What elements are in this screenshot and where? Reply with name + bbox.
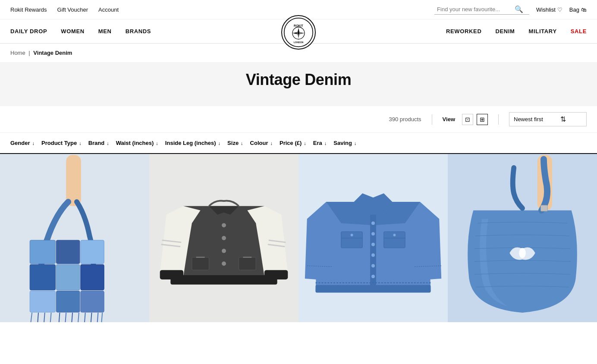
divider	[432, 114, 432, 125]
nav-men[interactable]: MEN	[98, 19, 112, 43]
filter-colour[interactable]: Colour ↓	[250, 137, 280, 149]
filter-era[interactable]: Era ↓	[313, 137, 333, 149]
wishlist-label: Wishlist	[536, 6, 556, 13]
nav-brands[interactable]: BRANDS	[126, 19, 151, 43]
sort-arrow-icon: ⇅	[560, 115, 566, 123]
svg-point-48	[371, 232, 375, 235]
product-svg-jacket2	[298, 154, 448, 322]
view-grid-button[interactable]: ⊞	[477, 114, 488, 125]
product-card-3[interactable]	[298, 154, 448, 322]
product-card-2[interactable]	[149, 154, 298, 322]
svg-point-50	[371, 254, 375, 257]
svg-point-36	[222, 249, 226, 253]
svg-line-24	[65, 313, 66, 322]
nav-daily-drop[interactable]: DAILY DROP	[10, 19, 47, 43]
filter-waist-label: Waist (inches)	[116, 140, 154, 146]
search-bar: 🔍	[434, 4, 529, 15]
svg-point-47	[371, 221, 375, 225]
filter-inside-leg[interactable]: Inside Leg (inches) ↓	[165, 137, 227, 149]
svg-rect-18	[81, 291, 104, 312]
filter-saving[interactable]: Saving ↓	[333, 137, 363, 149]
product-image-3	[298, 154, 448, 322]
svg-line-27	[85, 313, 85, 322]
filter-gender-label: Gender	[10, 140, 30, 146]
filter-size[interactable]: Size ↓	[227, 137, 250, 149]
filter-inside-leg-arrow-icon: ↓	[218, 141, 221, 146]
nav-denim[interactable]: DENIM	[495, 19, 515, 43]
product-card-1[interactable]	[0, 154, 149, 322]
page-title: Vintage Denim	[10, 71, 587, 89]
logo-circle: ROKIT LONDON	[281, 15, 316, 50]
gift-voucher-link[interactable]: Gift Voucher	[57, 6, 88, 13]
nav-military[interactable]: MILITARY	[529, 19, 557, 43]
bag-button[interactable]: Bag 🛍	[569, 6, 587, 13]
filter-inside-leg-label: Inside Leg (inches)	[165, 140, 216, 146]
svg-point-51	[371, 264, 375, 267]
breadcrumb-home[interactable]: Home	[10, 50, 25, 56]
bag-icon: 🛍	[581, 6, 587, 13]
nav-sale[interactable]: SALE	[571, 19, 587, 43]
view-list-button[interactable]: ⊡	[462, 114, 473, 125]
svg-point-8	[297, 32, 299, 34]
svg-rect-9	[66, 155, 81, 206]
nav-reworked[interactable]: REWORKED	[446, 19, 481, 43]
svg-rect-59	[316, 285, 431, 293]
filter-product-type-arrow-icon: ↓	[79, 141, 82, 146]
filter-size-label: Size	[227, 140, 239, 146]
utility-links: Rokit Rewards Gift Voucher Account	[10, 6, 119, 13]
search-button[interactable]: 🔍	[515, 5, 523, 13]
breadcrumb-separator: |	[28, 50, 30, 56]
divider2	[498, 114, 499, 125]
logo[interactable]: ROKIT LONDON	[281, 15, 316, 50]
nav-items-right: REWORKED DENIM MILITARY SALE	[298, 19, 587, 43]
svg-point-35	[222, 236, 226, 240]
filter-gender[interactable]: Gender ↓	[10, 137, 41, 149]
page-title-section: Vintage Denim	[0, 62, 597, 106]
filter-waist[interactable]: Waist (inches) ↓	[116, 137, 165, 149]
sort-dropdown[interactable]: Newest first ⇅	[509, 112, 587, 126]
product-count: 390 products	[389, 116, 421, 122]
svg-line-25	[72, 313, 72, 322]
svg-rect-17	[56, 291, 79, 312]
svg-rect-38	[192, 257, 209, 270]
search-input[interactable]	[437, 6, 515, 13]
svg-point-52	[371, 275, 375, 278]
svg-line-20	[38, 313, 38, 322]
nav-women[interactable]: WOMEN	[61, 19, 85, 43]
svg-rect-62	[541, 205, 548, 211]
view-controls: ⊡ ⊞	[462, 114, 488, 125]
bag-label: Bag	[569, 6, 579, 13]
filter-gender-arrow-icon: ↓	[32, 141, 35, 146]
filter-price[interactable]: Price (£) ↓	[280, 137, 313, 149]
svg-rect-33	[170, 275, 277, 285]
svg-line-22	[50, 313, 51, 322]
svg-line-26	[78, 313, 79, 322]
filter-size-arrow-icon: ↓	[241, 141, 243, 146]
product-card-4[interactable]	[448, 154, 597, 322]
account-link[interactable]: Account	[98, 6, 119, 13]
svg-point-61	[519, 248, 526, 258]
filter-saving-label: Saving	[333, 140, 352, 146]
svg-line-21	[44, 313, 45, 322]
filter-product-type[interactable]: Product Type ↓	[41, 137, 88, 149]
nav-items-left: DAILY DROP WOMEN MEN BRANDS	[10, 19, 298, 43]
svg-text:ROKIT: ROKIT	[294, 24, 304, 27]
wishlist-button[interactable]: Wishlist ♡	[536, 6, 562, 13]
filter-brand-arrow-icon: ↓	[107, 141, 109, 146]
filter-price-label: Price (£)	[280, 140, 302, 146]
filter-colour-arrow-icon: ↓	[270, 141, 273, 146]
product-image-4	[448, 154, 597, 322]
filter-saving-arrow-icon: ↓	[354, 141, 357, 146]
breadcrumb-current: Vintage Denim	[33, 50, 72, 56]
filter-brand-label: Brand	[88, 140, 105, 146]
product-svg-bag2	[448, 154, 597, 322]
rokit-rewards-link[interactable]: Rokit Rewards	[10, 6, 47, 13]
filter-price-arrow-icon: ↓	[304, 141, 306, 146]
product-svg-jacket1	[149, 154, 298, 322]
svg-point-49	[371, 243, 375, 246]
svg-rect-15	[81, 264, 104, 290]
filter-brand[interactable]: Brand ↓	[88, 137, 116, 149]
svg-line-23	[59, 313, 60, 322]
sort-label: Newest first	[514, 116, 543, 122]
main-nav: DAILY DROP WOMEN MEN BRANDS ROKIT LONDON…	[0, 19, 597, 44]
